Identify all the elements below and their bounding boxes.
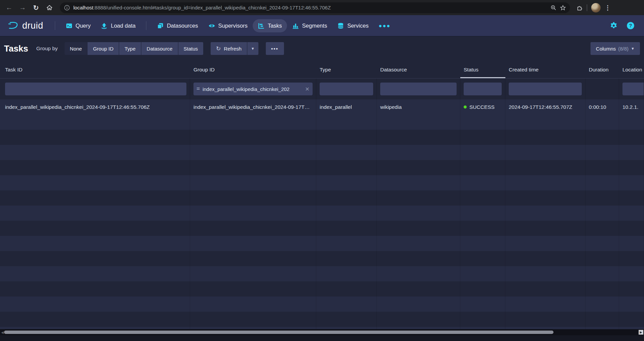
datasources-icon	[157, 22, 164, 29]
group-by-datasource-button[interactable]: Datasource	[141, 42, 178, 55]
druid-logo[interactable]: druid	[7, 21, 43, 31]
page-title: Tasks	[4, 43, 28, 54]
browser-forward-icon[interactable]: →	[17, 2, 28, 13]
zoom-icon[interactable]	[550, 5, 557, 11]
cell-status[interactable]: SUCCESS	[460, 99, 505, 115]
tasks-toolbar: Tasks Group by None Group ID Type Dataso…	[0, 36, 644, 61]
segments-icon	[292, 22, 299, 29]
filter-input-type[interactable]	[320, 83, 373, 95]
browser-back-icon[interactable]: ←	[3, 2, 15, 13]
nav-item-datasources[interactable]: Datasources	[152, 19, 203, 32]
window-bottom-edge	[0, 335, 644, 341]
druid-navbar: druid Query Load data Datasources Superv…	[0, 15, 644, 36]
svg-text:?: ?	[629, 23, 632, 28]
filter-input-location[interactable]	[622, 83, 644, 95]
empty-table-row	[0, 281, 644, 297]
more-actions-button[interactable]: •••	[266, 42, 284, 55]
cell-type[interactable]: index_parallel	[316, 99, 377, 115]
column-header-type[interactable]: Type	[316, 61, 377, 78]
divider	[146, 21, 146, 30]
table-filter-row: = index_parallel_wikipedia_chicnkei_202 …	[0, 79, 644, 99]
table-body: index_parallel_wikipedia_chicnkei_2024-0…	[0, 99, 644, 341]
scrollbar-thumb[interactable]	[4, 331, 553, 334]
group-by-segmented-control: None Group ID Type Datasource Status	[65, 42, 204, 55]
columns-button[interactable]: Columns (8/8) ▼	[591, 42, 640, 55]
tasks-icon	[258, 22, 265, 29]
group-by-type-button[interactable]: Type	[119, 42, 141, 55]
query-icon	[66, 22, 73, 29]
group-by-status-button[interactable]: Status	[178, 42, 204, 55]
cell-group-id[interactable]: index_parallel_wikipedia_chicnkei_2024-0…	[190, 99, 316, 115]
eye-icon	[208, 22, 215, 29]
column-header-status[interactable]: Status	[460, 61, 505, 78]
remove-filter-icon[interactable]: ✕	[303, 86, 310, 92]
empty-rows	[0, 115, 644, 341]
cell-created-time[interactable]: 2024-09-17T12:46:55.707Z	[505, 99, 585, 115]
empty-table-row	[0, 206, 644, 221]
table-header-row: Task ID Group ID Type Datasource Status …	[0, 61, 644, 79]
nav-more-icon[interactable]: ●●●	[373, 20, 396, 32]
status-success-dot	[464, 105, 467, 108]
filter-input-status[interactable]	[464, 83, 502, 95]
empty-table-row	[0, 175, 644, 190]
services-icon	[337, 22, 344, 29]
help-icon[interactable]: ?	[627, 22, 635, 30]
column-header-duration[interactable]: Duration	[585, 61, 619, 78]
brand-text: druid	[22, 21, 43, 31]
browser-toolbar: ← → ↻ localhost:8888/unified-console.htm…	[0, 0, 644, 15]
horizontal-scrollbar[interactable]: ◀ ▶	[0, 329, 644, 335]
extensions-icon[interactable]	[577, 5, 583, 11]
filter-input-datasource[interactable]	[380, 83, 457, 95]
upload-icon	[101, 22, 108, 29]
status-badge: SUCCESS	[469, 104, 495, 110]
settings-gear-icon[interactable]	[610, 22, 618, 30]
filter-input-created-time[interactable]	[509, 83, 582, 95]
browser-menu-icon[interactable]: ⋮	[605, 4, 611, 11]
empty-table-row	[0, 266, 644, 281]
column-header-location[interactable]: Location	[619, 61, 644, 78]
refresh-icon: ↻	[216, 45, 221, 52]
refresh-interval-dropdown[interactable]: ▼	[247, 42, 258, 55]
sort-indicator	[460, 77, 505, 78]
cell-location[interactable]: 10.2.1.	[619, 99, 644, 115]
nav-item-load-data[interactable]: Load data	[96, 19, 140, 32]
divider	[55, 21, 55, 30]
empty-table-row	[0, 251, 644, 266]
profile-avatar[interactable]	[591, 3, 601, 12]
nav-item-supervisors[interactable]: Supervisors	[203, 19, 253, 32]
browser-refresh-icon[interactable]: ↻	[30, 2, 42, 13]
divider	[587, 4, 587, 11]
empty-table-row	[0, 221, 644, 236]
scroll-right-arrow-icon[interactable]: ▶	[639, 330, 643, 335]
column-header-created-time[interactable]: Created time	[505, 61, 585, 78]
equals-filter-icon: =	[196, 86, 200, 92]
empty-table-row	[0, 312, 644, 327]
filter-chip-text: index_parallel_wikipedia_chicnkei_202	[203, 86, 300, 92]
nav-item-query[interactable]: Query	[61, 19, 96, 32]
table-row[interactable]: index_parallel_wikipedia_chicnkei_2024-0…	[0, 99, 644, 115]
url-bar[interactable]: localhost:8888/unified-console.html#task…	[60, 2, 570, 13]
filter-input-group-id[interactable]: = index_parallel_wikipedia_chicnkei_202 …	[193, 83, 313, 95]
empty-table-row	[0, 145, 644, 160]
cell-task-id[interactable]: index_parallel_wikipedia_chicnkei_2024-0…	[0, 99, 190, 115]
cell-duration[interactable]: 0:00:10	[585, 99, 619, 115]
refresh-button[interactable]: ↻ Refresh	[211, 42, 247, 55]
cell-datasource[interactable]: wikipedia	[377, 99, 460, 115]
nav-item-services[interactable]: Services	[332, 19, 373, 32]
empty-table-row	[0, 160, 644, 175]
column-header-datasource[interactable]: Datasource	[377, 61, 460, 78]
filter-input-task-id[interactable]	[5, 83, 186, 95]
group-by-group-id-button[interactable]: Group ID	[87, 42, 119, 55]
empty-table-row	[0, 130, 644, 145]
bookmark-star-icon[interactable]	[560, 5, 566, 11]
empty-table-row	[0, 297, 644, 312]
druid-logo-icon	[7, 21, 19, 31]
browser-home-icon[interactable]	[44, 2, 55, 13]
column-header-task-id[interactable]: Task ID	[0, 61, 190, 78]
nav-item-segments[interactable]: Segments	[287, 19, 332, 32]
group-by-none-button[interactable]: None	[65, 42, 87, 55]
site-info-icon[interactable]	[64, 5, 70, 11]
nav-item-tasks[interactable]: Tasks	[253, 19, 287, 32]
empty-table-row	[0, 115, 644, 130]
column-header-group-id[interactable]: Group ID	[190, 61, 316, 78]
